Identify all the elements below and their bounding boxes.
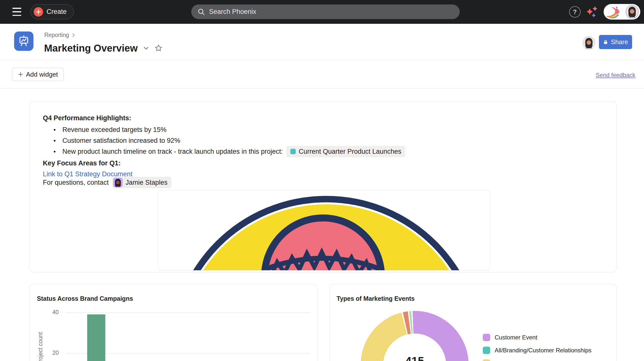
chevron-down-icon[interactable] (143, 45, 150, 52)
lock-icon (603, 40, 608, 45)
create-button[interactable]: Create (30, 4, 74, 19)
share-button-label: Share (611, 38, 628, 46)
bullet-text: Revenue exceeded targets by 15% (62, 126, 166, 134)
phoenix-logo-icon (606, 6, 624, 18)
help-question-label: ? (573, 9, 577, 16)
create-button-label: Create (46, 8, 67, 16)
legend-swatch (483, 359, 490, 361)
contact-avatar (113, 178, 122, 187)
note-subheading: Key Focus Areas for Q1: (43, 157, 121, 169)
bar (87, 314, 105, 361)
star-favorite-icon[interactable] (154, 44, 162, 52)
legend-swatch (483, 334, 490, 341)
campaign-bar-plot (66, 284, 310, 361)
top-bar: Create Search Phoenix ? (0, 0, 644, 24)
dashboard-toolbar: Add widget Send feedback (0, 60, 644, 89)
page-header: Reporting Marketing Overview Share (0, 24, 644, 60)
page-title[interactable]: Marketing Overview (44, 42, 138, 55)
bullet-icon (54, 151, 56, 153)
dashboard-icon[interactable] (14, 32, 34, 51)
embedded-image[interactable] (158, 190, 490, 270)
share-button[interactable]: Share (599, 35, 632, 49)
ai-sparkles-icon[interactable] (586, 5, 600, 19)
plus-icon (18, 71, 24, 77)
project-chip-label: Current Quarter Product Launches (299, 148, 401, 155)
bar-chart-card: Status Across Brand Campaigns Project co… (29, 284, 318, 361)
chevron-right-icon (71, 33, 76, 38)
search-icon (198, 8, 205, 16)
note-widget-card: Q4 Performance Highlights: Revenue excee… (29, 101, 617, 272)
user-avatar[interactable] (626, 5, 638, 19)
legend-swatch (483, 347, 490, 354)
project-color-swatch (290, 149, 296, 154)
legend-item: Customer Event (483, 334, 537, 341)
donut-chart: 415 (361, 311, 469, 361)
add-widget-button[interactable]: Add widget (12, 68, 64, 81)
legend-label: All/Branding/Customer Relationships (495, 347, 592, 354)
legend-item (483, 359, 495, 361)
help-button[interactable]: ? (569, 6, 580, 18)
list-item: Revenue exceeded targets by 15% (51, 124, 166, 135)
bullet-text: Customer satisfaction increased to 92% (62, 137, 180, 145)
search-input[interactable]: Search Phoenix (191, 5, 460, 19)
contact-name: Jamie Staples (126, 179, 168, 186)
send-feedback-link[interactable]: Send feedback (596, 72, 635, 79)
breadcrumb: Reporting (44, 32, 76, 39)
hamburger-menu-icon[interactable] (12, 8, 21, 16)
app-root: Create Search Phoenix ? (0, 0, 644, 361)
title-row: Marketing Overview (44, 42, 162, 55)
plus-circle-icon (34, 7, 43, 17)
list-item: Customer satisfaction increased to 92% (51, 135, 180, 146)
note-heading: Q4 Performance Highlights: (43, 112, 131, 124)
legend-item: All/Branding/Customer Relationships (483, 347, 592, 354)
contact-prefix-text: For questions, contact (43, 179, 109, 186)
person-mention-chip[interactable]: Jamie Staples (112, 177, 172, 188)
bullet-icon (54, 129, 56, 131)
add-widget-label: Add widget (26, 71, 58, 78)
legend-label: Customer Event (495, 334, 537, 341)
bullet-icon (54, 140, 56, 142)
member-avatar[interactable] (582, 36, 595, 50)
donut-total-value: 415 (361, 354, 469, 361)
search-placeholder-text: Search Phoenix (209, 8, 256, 16)
project-chip-link[interactable]: Current Quarter Product Launches (286, 146, 405, 157)
y-tick-40: 40 (40, 309, 59, 316)
breadcrumb-reporting-link[interactable]: Reporting (44, 32, 69, 39)
y-tick-20: 20 (40, 349, 59, 356)
bullet-text: New product launch timeline on track - t… (62, 148, 283, 155)
list-item: New product launch timeline on track - t… (51, 146, 405, 157)
donut-chart-card: Types of Marketing Events 415 Customer E… (330, 284, 617, 361)
contact-row: For questions, contact Jamie Staples (43, 177, 172, 188)
chart-title: Types of Marketing Events (336, 295, 415, 302)
account-pill[interactable] (604, 4, 640, 20)
circle-illustration (158, 190, 490, 270)
